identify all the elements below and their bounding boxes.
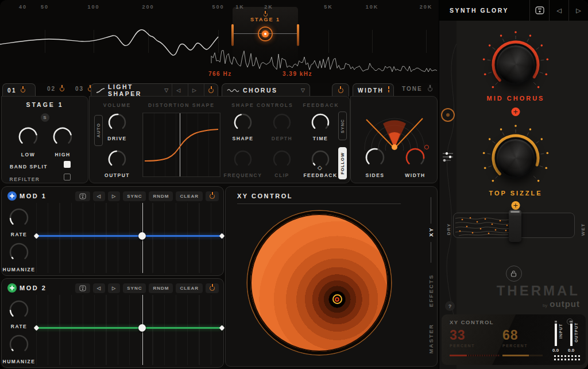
solo-badge[interactable]: S: [41, 113, 49, 122]
tab-master[interactable]: MASTER: [428, 324, 434, 353]
mod1-power-button[interactable]: [206, 191, 219, 201]
mod2-lfo-line[interactable]: [36, 327, 222, 329]
mod2-rndm-button[interactable]: RNDM: [149, 283, 173, 293]
tab-stage-02[interactable]: 02: [47, 86, 64, 92]
tab-stage-03[interactable]: 03: [75, 86, 92, 92]
dry-wet-slider[interactable]: [453, 213, 575, 238]
mod2-right-handle[interactable]: [219, 325, 225, 331]
mod1-save-button[interactable]: [75, 191, 90, 201]
mod1-humanize-knob[interactable]: [9, 242, 29, 263]
shaper-next-button[interactable]: ▷: [188, 84, 200, 97]
tone-power-icon[interactable]: [428, 87, 432, 91]
refilter-checkbox[interactable]: [64, 174, 71, 180]
chorus-dropdown-icon[interactable]: ▽: [301, 87, 305, 93]
mod1-center-handle[interactable]: [138, 232, 146, 240]
mod2-power-button[interactable]: [206, 283, 219, 293]
mod2-next-button[interactable]: ▷: [108, 283, 120, 293]
mod1-add-icon[interactable]: [7, 191, 17, 201]
help-button[interactable]: ?: [445, 301, 455, 311]
logo-by: by: [543, 303, 547, 308]
mod2-rate-knob[interactable]: [9, 299, 29, 320]
mod1-next-button[interactable]: ▷: [108, 191, 120, 201]
mod2-clear-button[interactable]: CLEAR: [176, 283, 203, 293]
mod2-add-icon[interactable]: [7, 283, 17, 293]
mod1-prev-button[interactable]: ◁: [93, 191, 105, 201]
tab-chorus[interactable]: CHORUS ▽: [222, 83, 310, 97]
grip-dots[interactable]: [554, 359, 581, 360]
low-knob[interactable]: [18, 126, 38, 147]
preset-save-button[interactable]: [529, 0, 549, 21]
follow-button[interactable]: FOLLOW: [338, 147, 347, 179]
sides-knob[interactable]: [365, 147, 385, 168]
width-visualizer[interactable]: [357, 103, 432, 151]
mod1-sync-button[interactable]: SYNC: [123, 191, 146, 201]
top-sizzle-knob[interactable]: [481, 124, 550, 193]
chorus-title: CHORUS: [243, 87, 278, 94]
logo-name: THERMAL: [497, 283, 580, 299]
mod2-prev-button[interactable]: ◁: [93, 283, 105, 293]
lock-button[interactable]: [506, 266, 522, 282]
high-knob[interactable]: [52, 126, 73, 147]
clip-knob[interactable]: [272, 149, 292, 169]
mod2-sync-button[interactable]: SYNC: [123, 283, 146, 293]
mid-chorus-knob[interactable]: [481, 30, 550, 99]
band-split-checkbox[interactable]: [64, 161, 71, 168]
xy-cursor[interactable]: [335, 297, 339, 302]
time-knob[interactable]: [311, 113, 330, 132]
depth-knob[interactable]: [272, 113, 292, 132]
preset-next-button[interactable]: ▷: [568, 0, 588, 21]
dry-wet-handle[interactable]: [509, 210, 521, 242]
tab-light-shaper[interactable]: LIGHT SHAPER ▽ ◁ ▷: [91, 83, 218, 97]
mod2-lfo-grid[interactable]: [36, 295, 222, 365]
mod1-lfo-line[interactable]: [36, 235, 222, 237]
tab-xy[interactable]: XY: [428, 227, 434, 237]
mod2-humanize-knob[interactable]: [9, 334, 29, 355]
xy-mode-icon[interactable]: [441, 108, 455, 122]
tab-tone[interactable]: TONE: [402, 86, 432, 92]
band-drag-handle[interactable]: [258, 26, 273, 41]
preset-prev-button[interactable]: ◁: [549, 0, 568, 21]
distortion-shape-graph[interactable]: [142, 113, 220, 177]
output-knob[interactable]: [107, 149, 127, 169]
xy-thermal-pad[interactable]: [247, 211, 391, 355]
chorus-wave-icon: [227, 88, 239, 93]
mod1-right-handle[interactable]: [219, 233, 225, 239]
top-sizzle-knob-face[interactable]: [495, 137, 536, 179]
spectrum-analyzer[interactable]: 40 50 100 200 500 1K 2K 5K 10K 20K STAGE…: [0, 0, 439, 83]
mod2-save-button[interactable]: [75, 283, 90, 293]
auto-gain-button[interactable]: AUTO: [94, 115, 103, 146]
macro-sliders-icon[interactable]: [442, 152, 454, 162]
frequency-knob[interactable]: [233, 149, 253, 169]
y-value: 68: [502, 328, 519, 343]
sync-button[interactable]: SYNC: [338, 112, 347, 140]
mid-chorus-knob-face[interactable]: [495, 44, 536, 85]
mod1-clear-button[interactable]: CLEAR: [176, 191, 203, 201]
grip-dots[interactable]: [554, 355, 581, 357]
width-knob[interactable]: [405, 147, 425, 168]
mod2-left-handle[interactable]: [34, 325, 40, 331]
band-right-handle[interactable]: [297, 24, 299, 46]
shaper-dropdown-icon[interactable]: ▽: [164, 87, 168, 93]
band-left-handle[interactable]: [231, 24, 234, 46]
mod2-center-handle[interactable]: [138, 324, 146, 332]
width-power-icon[interactable]: [388, 88, 389, 93]
shape-knob[interactable]: [233, 113, 253, 132]
stage-02-power-icon[interactable]: [60, 87, 64, 91]
shaper-power-button[interactable]: [204, 84, 218, 97]
top-sizzle-add-button[interactable]: [512, 201, 520, 210]
tone-tab-label: TONE: [402, 86, 423, 92]
stage-01-power-icon[interactable]: [21, 88, 25, 93]
mod1-rate-knob[interactable]: [9, 207, 29, 228]
tab-stage-01[interactable]: 01: [2, 83, 36, 97]
mod1-rndm-button[interactable]: RNDM: [149, 191, 173, 201]
drive-knob[interactable]: [107, 113, 127, 132]
shaper-prev-button[interactable]: ◁: [172, 84, 184, 97]
tab-width[interactable]: WIDTH: [353, 83, 394, 97]
tab-effects[interactable]: EFFECTS: [428, 274, 434, 307]
mod1-left-handle[interactable]: [34, 233, 40, 239]
stage1-band-region[interactable]: STAGE 1: [233, 7, 298, 66]
mod1-lfo-grid[interactable]: [36, 203, 222, 273]
dry-label: DRY: [446, 223, 451, 235]
chorus-power-button[interactable]: [332, 83, 349, 97]
mid-chorus-add-button[interactable]: [512, 107, 520, 116]
